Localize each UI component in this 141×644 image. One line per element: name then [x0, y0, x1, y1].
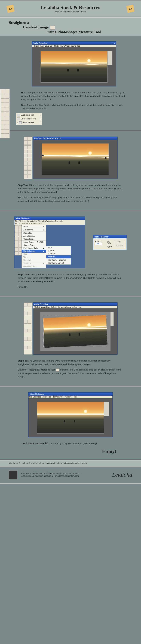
tool-cell — [28, 166, 31, 170]
sun-icon — [84, 410, 87, 413]
step-3-label: Step Three: — [18, 273, 30, 276]
menu-label: Arbitrary... — [48, 256, 56, 258]
tool-cell — [24, 154, 28, 157]
photoshop-window: IMG_0537.JPG @ 24.6% (RGB/8) ✦ ➤ — [33, 136, 118, 179]
tool-cell — [24, 303, 28, 306]
tool-cell — [24, 162, 28, 166]
tool-cell — [1, 120, 5, 125]
step-2-text: Click on one side of the image and while… — [18, 184, 122, 194]
shortcut: I — [40, 118, 41, 120]
dialog-title: Rotate Canvas — [93, 235, 127, 238]
footer-main: ...or check out my main account at - min… — [21, 475, 81, 477]
silhouette — [64, 420, 65, 422]
step-3-text: One you have your line measured across t… — [18, 273, 121, 283]
flyout-measure: ▸ Measure Tool I — [16, 121, 42, 125]
measure-line — [42, 155, 109, 158]
submenu-flip-v: Flip Canvas Vertical — [46, 262, 71, 264]
tool-cell — [24, 166, 28, 170]
footer-visit: Visit me at - leialohastock.deviantart.c… — [21, 472, 81, 475]
tool-cell — [5, 116, 9, 120]
screenshot-2: IMG_0537.JPG @ 24.6% (RGB/8) ✦ ➤ — [14, 136, 127, 179]
tool-cell — [28, 154, 31, 157]
cancel-button[interactable]: Cancel — [114, 244, 125, 247]
reference-line — [37, 414, 104, 415]
toolbox-mini — [14, 225, 21, 256]
menu-label: Apply Data Set... — [23, 265, 37, 267]
tool-cell — [1, 90, 5, 94]
radio-cw[interactable]: ◉ °CW — [107, 240, 113, 244]
step-2-sidenote: Side note: This technique doesn't only a… — [18, 196, 123, 203]
tool-cell — [1, 116, 5, 120]
tool-cell — [24, 329, 28, 332]
footer-want-more: Want more? I upload 2 or more tutorials … — [0, 460, 141, 466]
step-1-text: In the Tool Palette, click on the Eyedro… — [21, 104, 123, 110]
silhouette — [74, 420, 75, 422]
tool-cell — [28, 137, 31, 140]
reference-line — [40, 62, 108, 65]
menu-trim: Trim... — [22, 256, 46, 259]
tool-cell — [1, 125, 5, 129]
angle-label: Angle: — [95, 240, 101, 242]
toolbox-sidebar — [24, 302, 32, 355]
menu-label: Apply Image... — [23, 235, 35, 237]
tool-cell — [28, 320, 31, 324]
header: LS Leialoha Stock & Resources http://lei… — [0, 1, 141, 16]
tool-cell — [24, 150, 28, 153]
ps-app-title: Adobe Photoshop — [33, 42, 47, 44]
screenshot-3: Adobe Photoshop File Edit Image Layer Se… — [14, 216, 127, 268]
tool-cell — [15, 236, 18, 240]
tool-cell — [1, 112, 5, 116]
step-2-label: Step Two: — [18, 184, 28, 186]
chevron-right-icon: ▸ — [43, 250, 44, 252]
tool-cell — [28, 150, 31, 153]
menu-dropdowns: Mode▸ Adjustments▸ Duplicate... Apply Im… — [14, 225, 85, 268]
eyedropper-icon — [17, 114, 20, 116]
menu-label: Reveal All — [23, 259, 31, 261]
tool-cell — [28, 303, 31, 306]
tool-cell — [5, 90, 9, 94]
radio-ccw[interactable]: ○ °CCW — [107, 244, 113, 248]
tool-cell — [28, 174, 31, 178]
menu-crop: Crop — [22, 253, 46, 256]
end-arrow-icon: ➤ — [104, 156, 108, 160]
angle-input[interactable] — [95, 242, 102, 245]
submenu-180: 180° — [46, 246, 71, 249]
screenshot-1: Adobe Photoshop _ □ ✕ File Edit Image La… — [21, 41, 127, 86]
menu-label: Calculations... — [23, 238, 34, 240]
tool-cell — [1, 107, 5, 112]
submenu-90cw: 90° CW — [46, 249, 71, 252]
chevron-right-icon: ▸ — [43, 247, 44, 249]
ps-doc-title: IMG_0537.JPG @ 24.6% (RGB/8) — [34, 138, 61, 140]
menu-adjustments: Adjustments▸ — [22, 228, 46, 231]
measure-tool-icon — [50, 26, 55, 30]
tool-cell — [15, 226, 18, 229]
chevron-right-icon: ▸ — [43, 262, 44, 264]
title-line-3: using Photoshop's Measure Tool — [48, 30, 101, 34]
submenu-90ccw: 90° CCW — [46, 252, 71, 255]
menu-mode: Mode▸ — [22, 225, 46, 228]
window-controls-icon: _ □ ✕ — [111, 42, 115, 44]
ps-app-title: Adobe Photoshop — [30, 393, 44, 395]
logo-left: LS — [6, 5, 15, 13]
silhouette — [69, 162, 70, 164]
dialog-body: Angle: ◉ °CW ○ °CCW OK Cancel — [93, 238, 127, 250]
tool-cell — [15, 240, 18, 244]
tool-cell — [15, 229, 18, 233]
tool-cell — [15, 252, 18, 255]
tool-cell — [24, 146, 28, 149]
menu-label: Duplicate... — [23, 232, 32, 234]
section-step-2: IMG_0537.JPG @ 24.6% (RGB/8) ✦ ➤ Step Tw… — [0, 131, 141, 210]
rotate-submenu: 180° 90° CW 90° CCW Arbitrary... Flip Ca… — [46, 246, 71, 265]
tool-cell — [28, 329, 31, 332]
flyout-eyedropper-label: Eyedropper Tool — [21, 114, 34, 116]
site-title: Leialoha Stock & Resources — [18, 4, 123, 10]
ok-button[interactable]: OK — [114, 240, 125, 243]
tool-cell — [15, 248, 18, 251]
chevron-right-icon: ▸ — [43, 229, 44, 231]
sunset-photo — [40, 51, 108, 82]
step-4-label: Step Four: — [18, 360, 29, 362]
photoshop-window: Adobe Photoshop File Edit Image Layer Se… — [28, 392, 113, 438]
tool-cell — [15, 233, 18, 236]
submenu-arbitrary: Arbitrary... — [46, 255, 71, 258]
sampler-icon — [17, 118, 20, 120]
